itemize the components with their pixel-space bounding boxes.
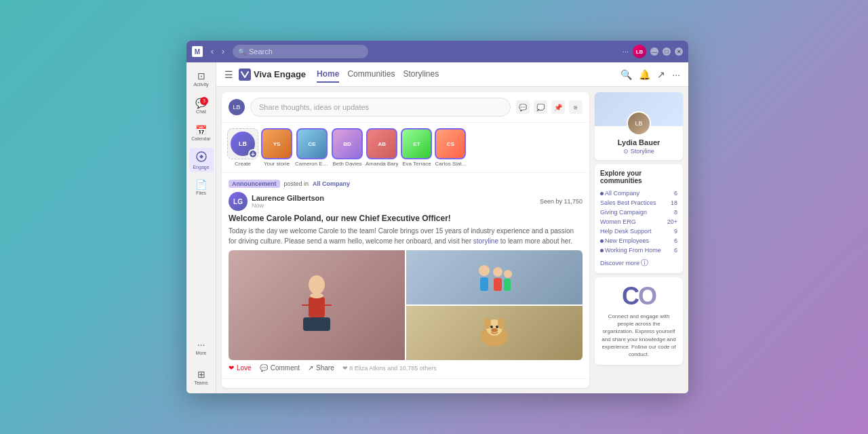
post-image-dog[interactable] xyxy=(406,306,583,360)
title-search-input[interactable] xyxy=(249,47,363,56)
svg-point-9 xyxy=(493,267,502,277)
love-button[interactable]: ❤ Love xyxy=(229,364,252,372)
notification-icon[interactable]: 🔔 xyxy=(639,69,650,80)
post-community[interactable]: All Company xyxy=(313,180,350,187)
share-button[interactable]: ↗ Share xyxy=(308,364,334,372)
story-avatar-5: ET xyxy=(401,128,432,159)
main-content: LB Share thoughts, ideas or updates 💬 💭 … xyxy=(216,87,688,393)
story-avatar-3: BD xyxy=(332,128,363,159)
post-image-woman[interactable] xyxy=(229,250,405,360)
post-header: Announcement posted in All Company xyxy=(229,180,583,188)
community-item-sales[interactable]: Sales Best Practices 18 xyxy=(600,198,677,208)
discover-more-icon: ⓘ xyxy=(641,258,648,268)
feed-area: LB Share thoughts, ideas or updates 💬 💭 … xyxy=(222,92,589,388)
sidebar-item-calendar[interactable]: 📅 Calendar xyxy=(189,121,214,145)
community-dot-all xyxy=(600,192,604,195)
sidebar-label-files: Files xyxy=(196,191,206,195)
nav-item-storylines[interactable]: Storylines xyxy=(403,66,439,83)
profile-storyline-link[interactable]: ⊙ Storyline xyxy=(600,148,677,155)
community-item-helpdesk[interactable]: Help Desk Support 9 xyxy=(600,226,677,236)
compose-emoji-button[interactable]: 💬 xyxy=(516,100,530,114)
story-item-6[interactable]: CS Carlos Slat... xyxy=(435,128,466,167)
sidebar-item-activity[interactable]: ⊡ Activity xyxy=(189,66,214,91)
user-avatar[interactable]: LB xyxy=(633,45,646,58)
nav-item-communities[interactable]: Communities xyxy=(347,66,395,83)
reaction-others: Eliza Atkins and 10,785 others xyxy=(355,365,437,372)
post-body-link[interactable]: storyline xyxy=(473,237,498,245)
engage-brand-title: Viva Engage xyxy=(254,69,306,79)
story-item-3[interactable]: BD Beth Davies xyxy=(332,128,363,167)
story-label-1: Your storie xyxy=(264,161,290,167)
sidebar-item-engage[interactable]: Engage xyxy=(189,148,214,172)
svg-rect-5 xyxy=(303,317,330,331)
story-item-2[interactable]: CE Cameron Ev... xyxy=(295,128,329,167)
svg-point-4 xyxy=(310,293,323,298)
compose-list-button[interactable]: ≡ xyxy=(569,100,583,114)
compose-bar: LB Share thoughts, ideas or updates 💬 💭 … xyxy=(222,92,589,123)
story-avatar-4: AB xyxy=(366,128,397,159)
story-item-1[interactable]: YS Your storie xyxy=(261,128,292,167)
compose-pin-button[interactable]: 📌 xyxy=(551,100,565,114)
communities-card: Explore your communities All Company 6 S… xyxy=(595,164,683,273)
search-icon[interactable]: 🔍 xyxy=(620,69,632,80)
engage-area: ☰ Viva Engage Home Communities Storyline… xyxy=(216,62,688,393)
sidebar-item-teams[interactable]: ⊞ Teams xyxy=(189,365,214,389)
community-name-women: Women ERG xyxy=(600,218,636,225)
sidebar-item-files[interactable]: 📄 Files xyxy=(189,175,214,199)
post-image-family[interactable] xyxy=(406,250,583,304)
sidebar-item-chat[interactable]: 💬 3 Chat xyxy=(189,94,214,118)
hamburger-button[interactable]: ☰ xyxy=(224,69,233,80)
sidebar-label-calendar: Calendar xyxy=(191,136,210,141)
compose-chat-button[interactable]: 💭 xyxy=(534,100,547,114)
community-item-new-employees[interactable]: New Employees 6 xyxy=(600,236,677,245)
post-author-name[interactable]: Laurence Gilbertson xyxy=(252,194,536,202)
close-button[interactable]: ✕ xyxy=(675,47,683,56)
story-avatar-2: CE xyxy=(296,128,328,159)
share-icon: ↗ xyxy=(308,364,313,372)
maximize-button[interactable]: □ xyxy=(663,47,671,56)
title-search-box[interactable]: 🔍 xyxy=(233,45,368,58)
nav-buttons[interactable]: ‹ › xyxy=(208,45,227,58)
co-letter-o: O xyxy=(638,282,656,310)
viva-engage-logo-icon xyxy=(239,68,251,81)
compose-placeholder: Share thoughts, ideas or updates xyxy=(259,103,369,111)
svg-rect-3 xyxy=(309,297,325,317)
community-item-women[interactable]: Women ERG 20+ xyxy=(600,217,677,226)
share-icon[interactable]: ↗ xyxy=(657,69,665,80)
teams-grid-icon: ⊞ xyxy=(197,370,205,379)
community-name-new: New Employees xyxy=(600,237,649,244)
post-body: Today is the day we welcome Carole to th… xyxy=(229,226,583,246)
engage-icon xyxy=(196,151,207,163)
story-avatar-1: YS xyxy=(261,128,292,159)
story-label-6: Carlos Slat... xyxy=(435,161,467,167)
post-reactions: ❤ Love 💬 Comment ↗ Share xyxy=(229,364,583,372)
title-bar-actions: ··· LB — □ ✕ xyxy=(623,45,683,58)
community-item-wfh[interactable]: Working From Home 6 xyxy=(600,245,677,255)
main-window: M ‹ › 🔍 ··· LB — □ ✕ ⊡ Activity � xyxy=(186,41,688,393)
engage-header: ☰ Viva Engage Home Communities Storyline… xyxy=(216,62,688,87)
svg-point-2 xyxy=(309,275,325,294)
compose-input[interactable]: Share thoughts, ideas or updates xyxy=(250,98,511,117)
files-icon: 📄 xyxy=(195,180,207,189)
svg-point-15 xyxy=(484,318,491,329)
sidebar-item-more[interactable]: ··· More xyxy=(189,335,214,359)
story-create[interactable]: LB + Create xyxy=(227,128,258,167)
nav-item-home[interactable]: Home xyxy=(317,66,339,83)
communities-title: Explore your communities xyxy=(600,170,677,184)
community-item-giving[interactable]: Giving Campaign 8 xyxy=(600,208,677,217)
sidebar-label-engage: Engage xyxy=(193,165,209,170)
profile-avatar[interactable]: LB xyxy=(627,111,651,136)
minimize-button[interactable]: — xyxy=(650,47,658,56)
sidebar-label-more: More xyxy=(196,351,207,355)
community-item-all-company[interactable]: All Company 6 xyxy=(600,189,677,198)
nav-forward-button[interactable]: › xyxy=(219,45,227,58)
discover-more-link[interactable]: Discover more ⓘ xyxy=(600,258,677,268)
nav-back-button[interactable]: ‹ xyxy=(208,45,216,58)
more-header-button[interactable]: ··· xyxy=(672,69,680,80)
story-label-4: Amanda Bary xyxy=(366,161,398,167)
chat-badge: 3 xyxy=(200,97,208,105)
story-item-4[interactable]: AB Amanda Bary xyxy=(366,128,398,167)
comment-button[interactable]: 💬 Comment xyxy=(260,364,300,372)
story-item-5[interactable]: ET Eva Terrace xyxy=(401,128,432,167)
more-options-button[interactable]: ··· xyxy=(623,47,629,56)
